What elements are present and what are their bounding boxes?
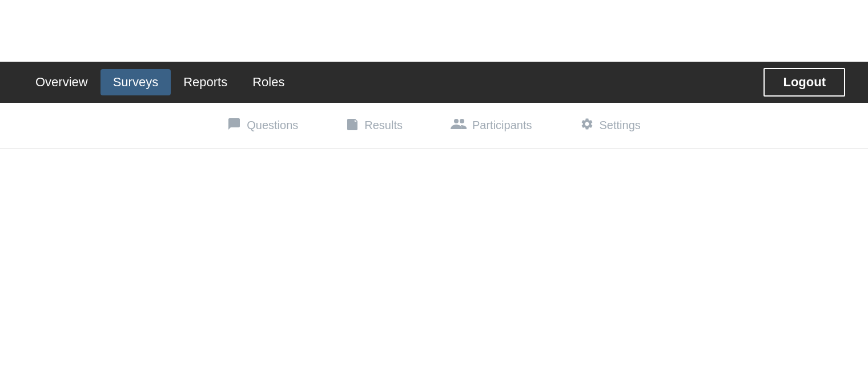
top-spacer bbox=[0, 0, 868, 62]
nav-item-surveys[interactable]: Surveys bbox=[101, 69, 171, 95]
nav-item-roles[interactable]: Roles bbox=[240, 69, 297, 95]
svg-point-0 bbox=[454, 119, 459, 123]
secondary-nav-item-settings[interactable]: Settings bbox=[573, 113, 648, 139]
main-navigation: Overview Surveys Reports Roles Logout bbox=[0, 62, 868, 103]
questions-label: Questions bbox=[247, 119, 298, 132]
secondary-nav-item-participants[interactable]: Participants bbox=[444, 113, 539, 138]
results-icon bbox=[346, 117, 359, 134]
nav-item-reports[interactable]: Reports bbox=[171, 69, 240, 95]
results-label: Results bbox=[364, 119, 403, 132]
secondary-nav-item-questions[interactable]: Questions bbox=[220, 113, 305, 139]
nav-item-overview[interactable]: Overview bbox=[23, 69, 101, 95]
nav-links: Overview Surveys Reports Roles bbox=[23, 69, 297, 95]
secondary-navigation: Questions Results Participants Settings bbox=[0, 103, 868, 149]
settings-label: Settings bbox=[600, 119, 641, 132]
participants-icon bbox=[451, 118, 467, 134]
logout-button[interactable]: Logout bbox=[763, 68, 845, 97]
svg-point-1 bbox=[460, 119, 464, 123]
secondary-nav-item-results[interactable]: Results bbox=[339, 113, 409, 139]
questions-icon bbox=[227, 117, 241, 134]
settings-icon bbox=[580, 117, 594, 134]
content-area bbox=[0, 149, 868, 377]
participants-label: Participants bbox=[472, 119, 532, 132]
